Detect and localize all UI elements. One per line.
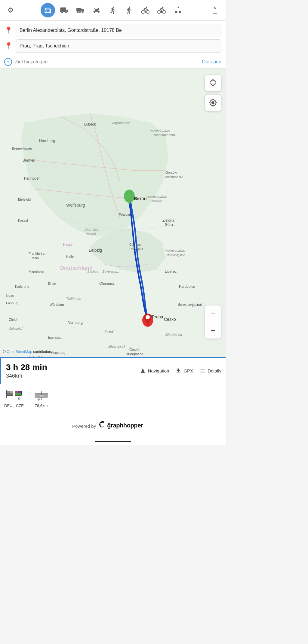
destination-input[interactable] <box>16 39 221 53</box>
transport-ebike-button[interactable] <box>154 3 169 17</box>
route-distance: 346km <box>6 373 47 379</box>
settings-button[interactable]: ⚙ <box>4 4 17 17</box>
svg-text:Ingolstadt: Ingolstadt <box>48 336 63 339</box>
svg-text:Erfurt: Erfurt <box>48 282 56 285</box>
svg-text:Anhalt: Anhalt <box>85 232 96 236</box>
add-destination-row: + Ziel hinzufügen Optionen <box>0 56 226 68</box>
svg-text:Chemnitz: Chemnitz <box>99 281 115 286</box>
route-time: 3 h 28 min <box>6 363 47 372</box>
transport-pedestrian-button[interactable] <box>106 3 120 17</box>
svg-text:województwo: województwo <box>165 249 185 252</box>
add-destination-button[interactable]: + <box>4 58 12 66</box>
svg-text:Bremerhaven: Bremerhaven <box>12 147 32 150</box>
svg-text:Hessen: Hessen <box>63 243 74 246</box>
osm-link[interactable]: OpenStreetMap <box>7 350 32 354</box>
home-indicator <box>0 438 226 445</box>
svg-text:€: € <box>40 395 42 397</box>
border-detail-item: € DEU - CZE <box>4 388 24 408</box>
svg-point-82 <box>146 315 150 319</box>
svg-text:České: České <box>129 347 140 352</box>
svg-text:Sachsen-: Sachsen- <box>84 227 100 232</box>
location-button[interactable] <box>205 94 221 111</box>
list-icon <box>199 368 206 374</box>
map-svg: Hamburg Bremerhaven Bremen Hannover Biel… <box>0 68 226 357</box>
transport-truck-button[interactable] <box>57 3 71 17</box>
svg-point-105 <box>101 422 102 423</box>
toll-detail-item: € /|€ 78,6km <box>33 388 50 408</box>
svg-text:isgau: isgau <box>6 294 14 297</box>
svg-rect-3 <box>82 9 84 11</box>
border-crossing-icon: € <box>6 389 22 401</box>
transport-mode-selector <box>41 3 185 17</box>
ebike-icon <box>157 6 166 14</box>
svg-text:zachodniopom...: zachodniopom... <box>153 133 178 137</box>
svg-text:Halle: Halle <box>66 255 74 258</box>
svg-text:Hamburg: Hamburg <box>39 138 55 143</box>
transport-motorbike-button[interactable] <box>89 3 104 17</box>
svg-text:Lübeck: Lübeck <box>84 122 96 126</box>
svg-rect-94 <box>15 393 21 395</box>
settings-icon: ⚙ <box>8 6 14 14</box>
graphhopper-logo: ğraphhopper <box>98 420 153 432</box>
osm-credit: © OpenStreetMap contributors <box>3 350 52 354</box>
svg-text:ğraphhopper: ğraphhopper <box>107 422 143 429</box>
navigation-button[interactable]: Navigation <box>140 368 169 374</box>
details-label: Details <box>208 368 221 373</box>
hiker-icon <box>125 6 133 14</box>
toll-icon-wrap: € /|€ <box>33 388 50 402</box>
origin-pin-icon: 📍 <box>4 26 13 35</box>
transport-heavy-truck-button[interactable] <box>73 3 88 17</box>
details-button[interactable]: Details <box>199 368 221 374</box>
navigation-label: Navigation <box>148 368 169 373</box>
svg-point-78 <box>128 202 130 204</box>
zoom-in-button[interactable]: + <box>205 305 221 322</box>
svg-point-4 <box>77 12 79 13</box>
gpx-button[interactable]: GPX <box>175 368 193 374</box>
svg-point-1 <box>49 11 50 11</box>
transport-hiker-button[interactable] <box>122 3 136 17</box>
svg-text:Deutschland: Deutschland <box>60 265 93 271</box>
top-bar: ⚙ <box>0 0 226 21</box>
svg-text:Gorzów: Gorzów <box>165 171 177 174</box>
layers-button[interactable] <box>205 74 221 91</box>
svg-text:Wielkopolski: Wielkopolski <box>165 175 183 179</box>
svg-text:Severovýchod: Severovýchod <box>177 302 202 307</box>
svg-text:Jihovýchod: Jihovýchod <box>165 333 182 336</box>
svg-text:Leipzig: Leipzig <box>89 248 102 253</box>
svg-text:Vorpommern: Vorpommern <box>111 121 130 125</box>
truck-icon <box>60 6 68 14</box>
zoom-out-button[interactable]: − <box>205 322 221 339</box>
svg-text:Zielona: Zielona <box>162 218 174 223</box>
svg-point-81 <box>147 323 149 325</box>
car-icon <box>44 6 52 14</box>
transport-bicycle-button[interactable] <box>138 3 152 17</box>
options-button[interactable]: Optionen <box>202 59 221 65</box>
svg-text:Cottbus: Cottbus <box>129 243 141 246</box>
map-area[interactable]: Hamburg Bremerhaven Bremen Hannover Biel… <box>0 68 226 357</box>
svg-text:Wolfsburg: Wolfsburg <box>66 203 85 208</box>
svg-text:Bielefeld: Bielefeld <box>18 198 31 201</box>
origin-input[interactable] <box>16 24 221 37</box>
origin-row: 📍 <box>4 24 221 37</box>
search-area: 📍 📍 <box>0 21 226 56</box>
svg-text:Bremen: Bremen <box>23 158 35 163</box>
svg-text:Main: Main <box>32 256 39 260</box>
download-icon <box>175 368 182 374</box>
navigation-icon <box>140 368 146 374</box>
toll-label: 78,6km <box>35 403 48 408</box>
graphhopper-logo-svg: ğraphhopper <box>98 420 153 430</box>
svg-rect-92 <box>15 391 18 393</box>
map-controls <box>205 74 221 111</box>
svg-text:Augsburg: Augsburg <box>51 351 65 354</box>
transport-mtb-button[interactable] <box>171 3 185 17</box>
svg-text:/|€: /|€ <box>37 398 40 401</box>
svg-text:Plzeň: Plzeň <box>105 330 114 334</box>
transport-car-button[interactable] <box>41 3 55 17</box>
svg-text:Berlin: Berlin <box>134 196 147 201</box>
close-button[interactable]: ✕ — <box>208 4 221 17</box>
svg-point-0 <box>46 11 47 11</box>
svg-text:Góra: Góra <box>165 223 173 227</box>
svg-text:województwo: województwo <box>147 195 167 198</box>
svg-text:Nürnberg: Nürnberg <box>68 320 83 325</box>
bicycle-icon <box>141 6 149 14</box>
